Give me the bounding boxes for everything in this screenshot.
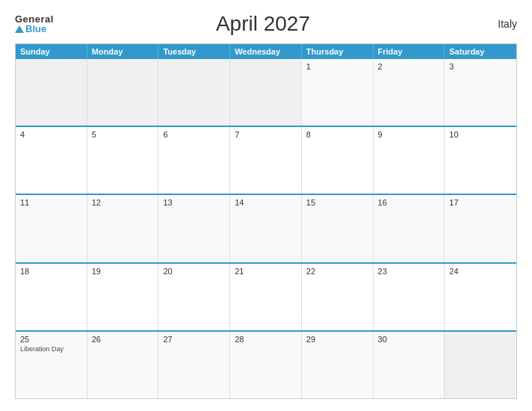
day-cell: 5 (87, 127, 159, 194)
day-number: 6 (163, 130, 167, 139)
day-number: 26 (92, 335, 101, 344)
day-cell: 13 (158, 195, 230, 262)
day-cell: 21 (230, 264, 302, 330)
day-number: 12 (92, 198, 101, 207)
day-cell: 17 (445, 195, 516, 262)
day-cell: 10 (445, 127, 516, 194)
week-row-1: 123 (16, 59, 516, 127)
day-cell: 23 (374, 264, 445, 330)
week-row-3: 11121314151617 (16, 195, 516, 263)
day-cell: 15 (302, 195, 374, 262)
day-cell (158, 59, 230, 126)
day-cell: 27 (158, 332, 230, 398)
day-number: 9 (378, 130, 383, 139)
day-number: 20 (163, 267, 172, 276)
day-cell: 25Liberation Day (16, 332, 87, 398)
event-label: Liberation Day (20, 345, 64, 353)
day-cell: 24 (445, 264, 516, 330)
day-header-sunday: Sunday (16, 44, 87, 59)
week-row-5: 25Liberation Day2627282930 (16, 332, 516, 398)
day-header-monday: Monday (87, 44, 159, 59)
day-cell: 14 (230, 195, 302, 262)
day-cell (87, 59, 159, 126)
week-row-2: 45678910 (16, 127, 516, 195)
day-cell: 16 (374, 195, 445, 262)
day-cell: 18 (16, 264, 87, 330)
day-number: 14 (235, 198, 244, 207)
day-number: 7 (235, 130, 239, 139)
day-number: 25 (20, 335, 29, 344)
day-number: 30 (378, 335, 387, 344)
day-cell: 28 (230, 332, 302, 398)
day-number: 4 (20, 130, 25, 139)
day-number: 15 (306, 198, 315, 207)
day-number: 21 (235, 267, 244, 276)
day-number: 17 (449, 198, 458, 207)
day-cell: 20 (158, 264, 230, 330)
day-cell: 3 (445, 59, 516, 126)
day-cell: 4 (16, 127, 87, 194)
day-number: 13 (163, 198, 172, 207)
day-number: 29 (306, 335, 315, 344)
day-number: 24 (449, 267, 458, 276)
day-cell: 19 (87, 264, 159, 330)
day-number: 28 (235, 335, 244, 344)
day-number: 23 (378, 267, 387, 276)
day-header-friday: Friday (374, 44, 445, 59)
day-cell (16, 59, 87, 126)
country-label: Italy (472, 18, 517, 30)
day-cell (230, 59, 302, 126)
day-cell: 7 (230, 127, 302, 194)
day-headers-row: SundayMondayTuesdayWednesdayThursdayFrid… (16, 44, 516, 59)
header: General Blue April 2027 Italy (15, 12, 517, 36)
day-header-saturday: Saturday (445, 44, 516, 59)
day-number: 8 (306, 130, 311, 139)
day-cell: 11 (16, 195, 87, 262)
day-number: 18 (20, 267, 29, 276)
calendar-title: April 2027 (54, 12, 472, 36)
calendar-page: General Blue April 2027 Italy SundayMond… (0, 0, 532, 411)
day-cell: 26 (87, 332, 159, 398)
day-cell: 22 (302, 264, 374, 330)
day-number: 19 (92, 267, 101, 276)
logo: General Blue (15, 14, 54, 34)
day-number: 11 (20, 198, 29, 207)
day-number: 16 (378, 198, 387, 207)
day-header-wednesday: Wednesday (230, 44, 302, 59)
day-cell: 29 (302, 332, 374, 398)
day-number: 22 (306, 267, 315, 276)
week-row-4: 18192021222324 (16, 264, 516, 332)
day-cell: 9 (374, 127, 445, 194)
day-number: 5 (92, 130, 96, 139)
day-number: 10 (449, 130, 458, 139)
day-cell: 12 (87, 195, 159, 262)
day-cell (445, 332, 516, 398)
weeks-container: 1234567891011121314151617181920212223242… (16, 59, 516, 398)
day-number: 1 (306, 62, 311, 71)
day-header-tuesday: Tuesday (158, 44, 230, 59)
calendar-grid: SundayMondayTuesdayWednesdayThursdayFrid… (15, 43, 517, 399)
day-cell: 30 (374, 332, 445, 398)
day-header-thursday: Thursday (302, 44, 374, 59)
day-number: 3 (449, 62, 454, 71)
day-cell: 2 (374, 59, 445, 126)
day-cell: 6 (158, 127, 230, 194)
day-cell: 8 (302, 127, 374, 194)
day-number: 2 (378, 62, 383, 71)
day-cell: 1 (302, 59, 374, 126)
logo-triangle-icon (15, 25, 24, 33)
logo-blue-text: Blue (15, 24, 54, 34)
day-number: 27 (163, 335, 172, 344)
